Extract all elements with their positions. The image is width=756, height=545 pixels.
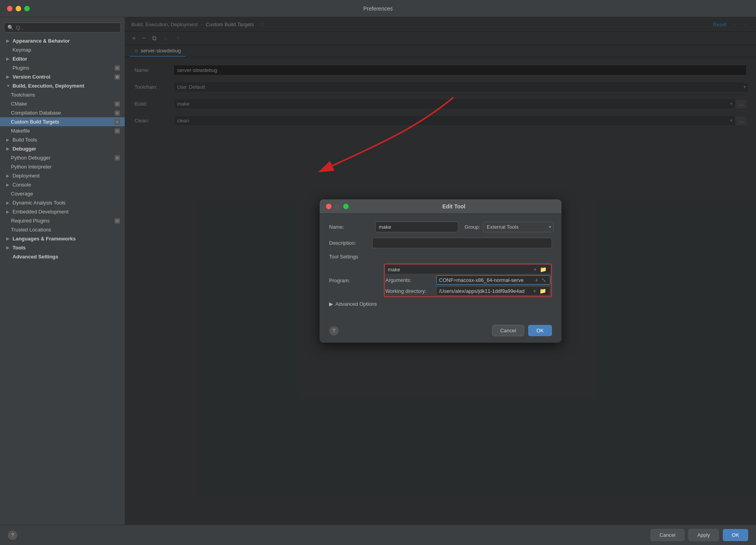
- sidebar-item-toolchains[interactable]: Toolchains: [0, 90, 125, 99]
- arguments-input[interactable]: [439, 277, 534, 283]
- modal-description-input[interactable]: [372, 238, 552, 248]
- working-dir-row: Working directory: + 📁: [385, 286, 550, 296]
- advanced-options-toggle[interactable]: ▶ Advanced Options: [329, 301, 552, 307]
- sidebar-item-python-interpreter[interactable]: Python Interpreter: [0, 162, 125, 171]
- tool-settings-label: Tool Settings: [329, 254, 358, 260]
- window-controls: [7, 6, 30, 11]
- modal-help-button[interactable]: ?: [329, 326, 339, 335]
- modal-description-label: Description:: [329, 240, 372, 246]
- makefile-badge: ⊟: [115, 128, 120, 134]
- workdir-folder-button[interactable]: 📁: [538, 288, 548, 294]
- cancel-button[interactable]: Cancel: [650, 529, 684, 541]
- modal-actions: Cancel OK: [492, 325, 552, 336]
- sidebar-item-cmake[interactable]: CMake ⊟: [0, 99, 125, 108]
- sidebar-item-editor[interactable]: ▶ Editor: [0, 54, 125, 63]
- program-input[interactable]: [388, 267, 532, 272]
- chevron-right-icon: ▶: [6, 147, 11, 151]
- window-title: Preferences: [363, 5, 392, 12]
- ok-button[interactable]: OK: [723, 529, 748, 541]
- modal-group-container: Group: External Tools ▼: [464, 222, 552, 232]
- sidebar-item-build-exec[interactable]: ▼ Build, Execution, Deployment: [0, 81, 125, 90]
- sidebar-item-python-debugger[interactable]: Python Debugger ⊟: [0, 153, 125, 162]
- arguments-input-container: + ⤡: [436, 275, 550, 285]
- sidebar-item-languages[interactable]: ▶ Languages & Frameworks: [0, 234, 125, 243]
- sidebar-item-appearance[interactable]: ▶ Appearance & Behavior: [0, 36, 125, 45]
- sidebar-item-custom-build-targets[interactable]: Custom Build Targets ⊟: [0, 117, 125, 126]
- sidebar-item-advanced-settings[interactable]: Advanced Settings: [0, 252, 125, 261]
- program-add-button[interactable]: +: [532, 266, 538, 272]
- modal-group-select[interactable]: External Tools: [483, 222, 554, 232]
- chevron-right-icon: ▶: [6, 246, 11, 250]
- cbt-badge: ⊟: [115, 119, 120, 125]
- chevron-down-icon: ▼: [6, 84, 11, 88]
- modal-min-button[interactable]: [335, 204, 340, 209]
- search-box[interactable]: 🔍: [4, 23, 121, 32]
- modal-titlebar: Edit Tool: [320, 199, 561, 214]
- program-input-row: + 📁: [385, 265, 550, 274]
- sidebar-item-makefile[interactable]: Makefile ⊟: [0, 126, 125, 135]
- sidebar-item-deployment[interactable]: ▶ Deployment: [0, 171, 125, 180]
- working-dir-input[interactable]: [439, 288, 532, 294]
- sidebar-item-keymap[interactable]: Keymap: [0, 45, 125, 54]
- search-input[interactable]: [16, 25, 117, 30]
- bottom-left-area: ?: [8, 531, 17, 540]
- arguments-row: Arguments: + ⤡: [385, 275, 550, 285]
- modal-ok-button[interactable]: OK: [528, 325, 552, 336]
- sidebar-item-build-tools[interactable]: ▶ Build Tools: [0, 135, 125, 144]
- main-layout: 🔍 ▶ Appearance & Behavior Keymap ▶ Edito…: [0, 17, 756, 525]
- modal-name-label: Name:: [329, 224, 372, 230]
- chevron-right-icon: ▶: [6, 183, 11, 187]
- sidebar-item-dynamic-analysis[interactable]: ▶ Dynamic Analysis Tools: [0, 198, 125, 207]
- modal-footer: ? Cancel OK: [320, 321, 561, 342]
- plugins-badge: ⊟: [115, 65, 120, 71]
- args-expand-button[interactable]: ⤡: [540, 277, 548, 283]
- arguments-label: Arguments:: [385, 277, 436, 283]
- working-dir-label: Working directory:: [385, 288, 436, 294]
- sidebar-item-version-control[interactable]: ▶ Version Control ⊟: [0, 72, 125, 81]
- modal-cancel-button[interactable]: Cancel: [492, 325, 524, 336]
- chevron-right-icon: ▶: [6, 210, 11, 214]
- sidebar: 🔍 ▶ Appearance & Behavior Keymap ▶ Edito…: [0, 17, 125, 525]
- modal-close-button[interactable]: [326, 204, 331, 209]
- sidebar-item-coverage[interactable]: Coverage: [0, 189, 125, 198]
- modal-overlay: Edit Tool Name: Group:: [125, 17, 756, 525]
- close-button[interactable]: [7, 6, 13, 11]
- sidebar-item-required-plugins[interactable]: Required Plugins ⊟: [0, 216, 125, 225]
- search-icon: 🔍: [7, 25, 14, 30]
- chevron-right-icon: ▶: [6, 39, 11, 43]
- bottom-help-button[interactable]: ?: [8, 531, 17, 540]
- sidebar-item-trusted-locations[interactable]: Trusted Locations: [0, 225, 125, 234]
- pydbg-badge: ⊟: [115, 155, 120, 161]
- program-folder-button[interactable]: 📁: [538, 266, 548, 272]
- req-plugins-badge: ⊟: [115, 218, 120, 224]
- apply-button[interactable]: Apply: [688, 529, 719, 541]
- args-add-button[interactable]: +: [534, 277, 540, 283]
- modal-name-container: Name:: [329, 222, 458, 232]
- maximize-button[interactable]: [24, 6, 30, 11]
- chevron-right-icon: ▶: [6, 138, 11, 142]
- sidebar-item-compilation-db[interactable]: Compilation Database ⊟: [0, 108, 125, 117]
- modal-program-row: Program: + 📁 Arguments:: [329, 264, 552, 297]
- chevron-right-icon: ▶: [6, 75, 11, 79]
- chevron-right-icon: ▶: [6, 174, 11, 178]
- minimize-button[interactable]: [16, 6, 21, 11]
- vc-badge: ⊟: [115, 74, 120, 80]
- workdir-add-button[interactable]: +: [532, 288, 538, 294]
- sidebar-item-embedded-dev[interactable]: ▶ Embedded Development: [0, 207, 125, 216]
- sidebar-item-debugger[interactable]: ▶ Debugger: [0, 144, 125, 153]
- modal-description-row: Description:: [329, 238, 552, 248]
- sidebar-item-console[interactable]: ▶ Console: [0, 180, 125, 189]
- modal-group-label: Group:: [464, 224, 480, 230]
- sidebar-item-tools[interactable]: ▶ Tools: [0, 243, 125, 252]
- tool-settings-section: Tool Settings: [329, 254, 552, 260]
- content-area: Build, Execution, Deployment › Custom Bu…: [125, 17, 756, 525]
- modal-title: Edit Tool: [353, 203, 555, 210]
- working-dir-input-container: + 📁: [436, 286, 550, 296]
- bottom-bar: ? Cancel Apply OK: [0, 525, 756, 545]
- modal-max-button[interactable]: [343, 204, 349, 209]
- sidebar-item-plugins[interactable]: Plugins ⊟: [0, 63, 125, 72]
- modal-name-input[interactable]: [375, 222, 458, 232]
- modal-program-label: Program:: [329, 278, 384, 283]
- advanced-options-label: Advanced Options: [335, 301, 377, 307]
- chevron-right-icon: ▶: [6, 57, 11, 61]
